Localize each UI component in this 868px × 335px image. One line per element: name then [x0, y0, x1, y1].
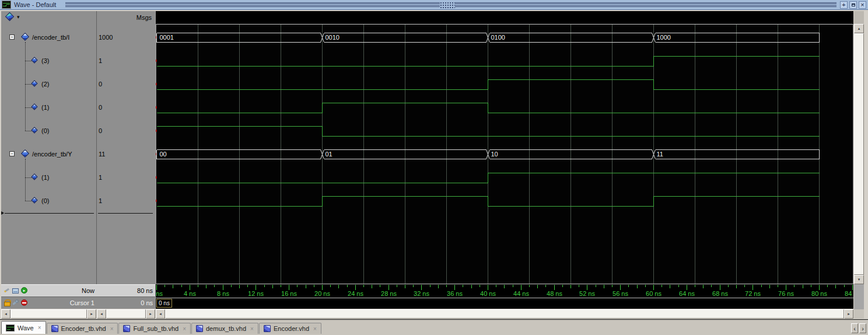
svg-text:0010: 0010 — [326, 34, 340, 41]
cursor-time-flag[interactable]: 0 ns — [156, 299, 172, 308]
scroll-left-button[interactable]: ◂ — [156, 309, 165, 319]
values-column-header: Msgs — [97, 11, 155, 24]
tab-scroll-next-button[interactable]: › — [859, 323, 866, 333]
close-tab-icon[interactable]: × — [250, 326, 254, 332]
svg-text:40 ns: 40 ns — [480, 290, 496, 297]
signal-icon — [31, 80, 37, 86]
horizontal-scroll-thumb[interactable] — [10, 309, 87, 319]
tab-demux-tb-vhd[interactable]: demux_tb.vhd× — [191, 323, 258, 334]
close-tab-icon[interactable]: × — [313, 326, 317, 332]
now-status-row: ▸ Now 80 ns — [1, 284, 155, 296]
signal-name: (1) — [41, 104, 49, 111]
collapse-toggle-icon[interactable]: - — [9, 34, 15, 40]
scroll-right-button[interactable]: ▸ — [87, 309, 96, 319]
chevron-down-icon[interactable]: ▾ — [17, 14, 20, 20]
signal-icon — [21, 33, 29, 41]
scroll-down-button[interactable]: ▾ — [854, 275, 864, 284]
svg-text:84 ns: 84 ns — [845, 290, 853, 297]
tab-label: demux_tb.vhd — [206, 325, 246, 332]
scroll-left-button[interactable]: ◂ — [1, 309, 10, 319]
tree-branch-line — [25, 42, 26, 131]
close-button[interactable]: × — [859, 1, 866, 9]
svg-text:60 ns: 60 ns — [646, 290, 662, 297]
collapse-toggle-icon[interactable]: - — [9, 151, 15, 156]
signal-row[interactable]: (2) — [1, 78, 96, 90]
signal-row[interactable]: (1) — [1, 172, 96, 183]
tab-full-sub-tb-vhd[interactable]: Full_sub_tb.vhd× — [118, 323, 191, 334]
signal-list-end-arrow — [1, 211, 4, 215]
svg-text:68 ns: 68 ns — [712, 290, 728, 297]
signal-row[interactable]: -/encoder_tb/Y — [1, 148, 96, 160]
restore-glyph — [852, 4, 855, 6]
values-horizontal-scrollbar[interactable]: ◂ ▸ — [97, 309, 155, 319]
signal-value: 11 — [97, 148, 155, 160]
close-tab-icon[interactable]: × — [183, 326, 186, 332]
svg-text:64 ns: 64 ns — [679, 290, 695, 297]
signal-value: 0 — [97, 102, 155, 113]
timeline-corner — [854, 284, 864, 309]
window-titlebar[interactable]: Wave - Default +× — [0, 0, 868, 10]
vhdl-cube-icon — [264, 325, 271, 332]
svg-text:76 ns: 76 ns — [778, 290, 794, 297]
cursor-label[interactable]: Cursor 1 — [1, 297, 94, 309]
signal-names-panel[interactable]: -/encoder_tb/I(3)(2)(1)(0)-/encoder_tb/Y… — [1, 24, 96, 284]
tree-branch-line — [25, 177, 32, 178]
close-tab-icon[interactable]: × — [38, 324, 41, 331]
vertical-scrollbar[interactable]: ▴ ▾ — [854, 24, 864, 284]
horizontal-scroll-thumb[interactable] — [106, 309, 146, 319]
wave-column-header — [156, 11, 853, 24]
tab-encoder-vhd[interactable]: Encoder.vhd× — [259, 323, 321, 334]
svg-text:72 ns: 72 ns — [745, 290, 761, 297]
scroll-right-button[interactable]: ▸ — [844, 309, 853, 319]
svg-text:24 ns: 24 ns — [348, 290, 363, 297]
wave-icon-trace — [7, 329, 10, 330]
dock-plus-button[interactable]: + — [840, 1, 848, 9]
svg-text:0100: 0100 — [491, 34, 505, 41]
cursor-status-row[interactable]: Cursor 1 0 ns — [1, 296, 155, 309]
svg-text:32 ns: 32 ns — [414, 290, 429, 297]
signal-row[interactable]: (3) — [1, 55, 96, 67]
scrollbar-corner — [854, 309, 864, 319]
signal-list-end-line — [5, 213, 94, 214]
signal-value: 1 — [97, 55, 155, 67]
signal-name: /encoder_tb/Y — [32, 151, 72, 158]
svg-text:8 ns: 8 ns — [217, 290, 229, 297]
close-tab-icon[interactable]: × — [110, 326, 114, 332]
signal-name: (1) — [41, 174, 49, 181]
signal-row[interactable]: (0) — [1, 125, 96, 137]
tree-branch-line — [25, 131, 32, 131]
waveform-display[interactable]: 000100100100100000011011 — [156, 24, 853, 284]
tree-branch-line — [25, 84, 32, 85]
signal-list-end-line — [98, 213, 153, 214]
scroll-up-button[interactable]: ▴ — [854, 24, 864, 33]
signal-row[interactable]: (1) — [1, 102, 96, 113]
horizontal-scroll-thumb[interactable] — [165, 309, 844, 319]
tab-label: Encoder.vhd — [274, 325, 309, 332]
signal-icon — [31, 127, 37, 133]
svg-text:56 ns: 56 ns — [612, 290, 628, 297]
signal-gem-icon[interactable] — [5, 12, 15, 22]
tab-nav-buttons: ‹ › — [851, 323, 866, 333]
tab-label: Wave — [18, 324, 34, 331]
signal-icon — [31, 103, 37, 110]
svg-text:4 ns: 4 ns — [184, 290, 196, 297]
signal-name: /encoder_tb/I — [32, 34, 69, 41]
names-horizontal-scrollbar[interactable]: ◂ ▸ — [1, 309, 96, 319]
signal-row[interactable]: -/encoder_tb/I — [1, 32, 96, 43]
vertical-scroll-thumb[interactable] — [854, 33, 864, 275]
tab-scroll-prev-button[interactable]: ‹ — [851, 323, 858, 333]
scroll-right-button[interactable]: ▸ — [146, 309, 155, 319]
wave-horizontal-scrollbar[interactable]: ◂ ▸ — [156, 309, 853, 319]
tab-encoder-tb-vhd[interactable]: Encoder_tb.vhd× — [47, 323, 118, 334]
titlebar-grip[interactable] — [440, 2, 455, 8]
scroll-left-button[interactable]: ◂ — [97, 309, 106, 319]
tab-wave[interactable]: Wave× — [1, 321, 46, 334]
time-ruler[interactable]: 0 ns4 ns8 ns12 ns16 ns20 ns24 ns28 ns32 … — [156, 284, 853, 309]
undock-button[interactable] — [849, 1, 857, 9]
svg-text:44 ns: 44 ns — [513, 290, 529, 297]
svg-text:01: 01 — [326, 151, 332, 158]
signal-value: 0 — [97, 78, 155, 90]
svg-text:10: 10 — [491, 151, 498, 158]
svg-text:28 ns: 28 ns — [381, 290, 397, 297]
signal-row[interactable]: (0) — [1, 195, 96, 207]
